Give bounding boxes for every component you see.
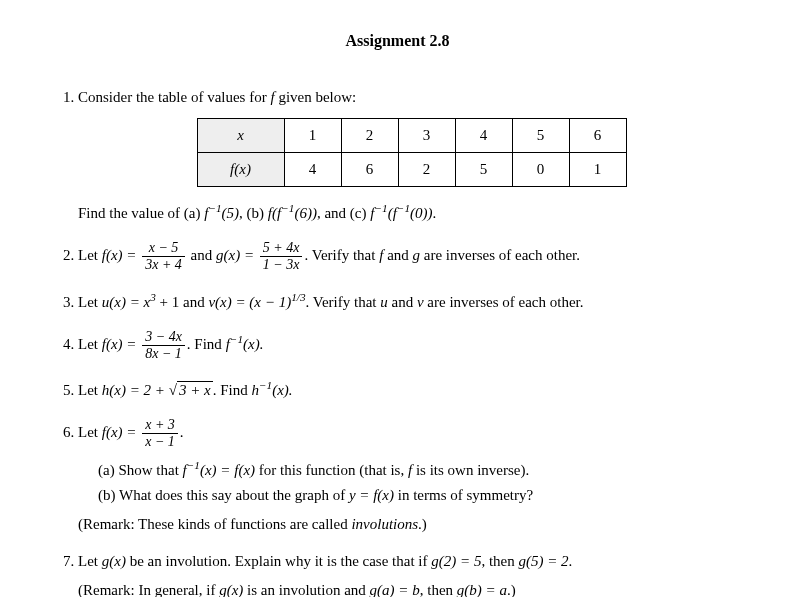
q1-intro2: given below: [275,89,357,105]
fraction: 3 − 4x8x − 1 [142,329,185,362]
math: u [380,294,388,310]
problem-7: Let g(x) be an involution. Explain why i… [78,551,745,597]
sqrt: √3 + x [169,381,213,398]
math: f(x) = [102,336,140,352]
term: involutions [351,516,418,532]
text: and [388,294,417,310]
text: , (b) [239,205,268,221]
text: in terms of symmetry? [394,487,533,503]
text: .) [507,582,516,597]
table-cell: 2 [398,153,455,187]
problem-3: Let u(x) = x3 + 1 and v(x) = (x − 1)1/3.… [78,290,745,313]
fraction: x − 53x + 4 [142,240,185,273]
table-cell: 3 [398,119,455,153]
text: is an involution and [243,582,369,597]
math: g(x) = [216,247,258,263]
math: f(x) = [102,247,140,263]
table-cell: 4 [284,153,341,187]
math: g [413,247,421,263]
q1-find: Find the value of (a) f−1(5), (b) f(f−1(… [78,201,745,224]
text: , then [481,553,518,569]
text: Let [78,553,102,569]
table-cell: 6 [341,153,398,187]
text: (a) Show that [98,462,183,478]
math: f−1(x) = f(x) [183,462,255,478]
math: u(x) = x3 [102,294,156,310]
text: Let [78,382,102,398]
text: for this function (that is, [255,462,408,478]
math: g(a) = b [370,582,420,597]
math: f(f−1(6)) [268,205,317,221]
table-cell: 0 [512,153,569,187]
text: . Find [187,336,226,352]
values-table: x 1 2 3 4 5 6 f(x) 4 6 2 5 0 1 [197,118,627,187]
problem-6: Let f(x) = x + 3x − 1. (a) Show that f−1… [78,417,745,535]
table-cell: 6 [569,119,626,153]
subpart-a: (a) Show that f−1(x) = f(x) for this fun… [98,458,745,481]
text: Let [78,336,102,352]
text: are inverses of each other. [424,294,584,310]
table-cell: 1 [569,153,626,187]
table-header-fx: f(x) [197,153,284,187]
text: . Find [213,382,252,398]
text: (b) What does this say about the graph o… [98,487,349,503]
text: . Verify that [306,294,381,310]
text: .) [418,516,427,532]
problem-5: Let h(x) = 2 + √3 + x. Find h−1(x). [78,378,745,401]
text: , and (c) [317,205,370,221]
q1-intro: Consider the table of values for [78,89,270,105]
text: Let [78,424,102,440]
math: h(x) = 2 + [102,382,169,398]
text: (Remark: In general, if [78,582,219,597]
fraction: 5 + 4x1 − 3x [260,240,303,273]
subpart-b: (b) What does this say about the graph o… [98,485,745,506]
page-title: Assignment 2.8 [50,30,745,52]
text: Let [78,247,102,263]
problem-1: Consider the table of values for f given… [78,87,745,224]
text: Find the value of (a) [78,205,204,221]
problem-2: Let f(x) = x − 53x + 4 and g(x) = 5 + 4x… [78,240,745,273]
math: g(2) = 5 [431,553,481,569]
text: Let [78,294,102,310]
math: f(x) = [102,424,140,440]
math: g(x) [102,553,126,569]
table-cell: 1 [284,119,341,153]
math: f−1(x). [226,336,264,352]
math: v(x) = (x − 1)1/3 [208,294,305,310]
remark: (Remark: In general, if g(x) is an invol… [78,580,745,597]
subparts: (a) Show that f−1(x) = f(x) for this fun… [98,458,745,506]
math: h−1(x). [251,382,292,398]
table-header-x: x [197,119,284,153]
math: f−1(5) [204,205,239,221]
table-cell: 5 [512,119,569,153]
math: v [417,294,424,310]
problem-list: Consider the table of values for f given… [50,87,745,597]
table-cell: 2 [341,119,398,153]
text: + 1 and [156,294,209,310]
remark: (Remark: These kinds of functions are ca… [78,514,745,535]
text: and [187,247,216,263]
text: be an involution. Explain why it is the … [126,553,431,569]
math: g(x) [219,582,243,597]
math: f−1(f−1(0)) [370,205,432,221]
math: y = f(x) [349,487,394,503]
fraction: x + 3x − 1 [142,417,178,450]
text: are inverses of each other. [420,247,580,263]
text: . [569,553,573,569]
text: . Verify that [304,247,379,263]
text: . [180,424,184,440]
text: and [383,247,412,263]
text: is its own inverse). [412,462,529,478]
text: (Remark: These kinds of functions are ca… [78,516,351,532]
text: , then [420,582,457,597]
table-cell: 4 [455,119,512,153]
problem-4: Let f(x) = 3 − 4x8x − 1. Find f−1(x). [78,329,745,362]
text: . [433,205,437,221]
math: g(b) = a [457,582,507,597]
table-cell: 5 [455,153,512,187]
math: g(5) = 2 [518,553,568,569]
